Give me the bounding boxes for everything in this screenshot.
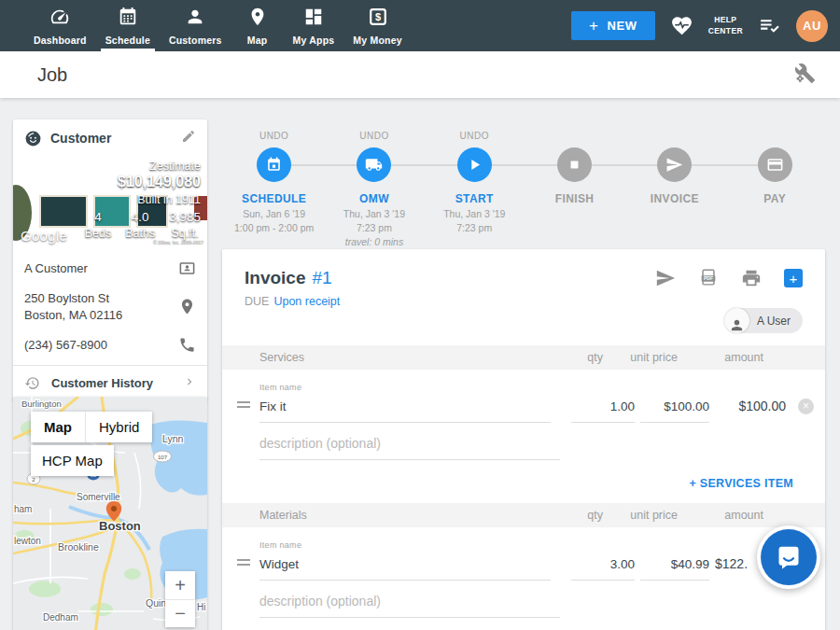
new-button[interactable]: + NEW bbox=[571, 11, 655, 40]
material-description-row: description (optional) bbox=[222, 581, 825, 618]
item-name-field[interactable]: Item name Fix it bbox=[259, 383, 551, 423]
hybrid-button[interactable]: Hybrid bbox=[85, 412, 152, 442]
nav-label: Schedule bbox=[105, 35, 150, 46]
invoice-actions: PDF + bbox=[655, 268, 803, 288]
chat-bubble-icon bbox=[761, 529, 817, 585]
customer-address: 250 Boylston St Boston, MA 02116 bbox=[24, 290, 122, 323]
checklist-icon[interactable] bbox=[758, 14, 781, 37]
add-services-item-link[interactable]: + SERVICES ITEM bbox=[689, 477, 793, 490]
svg-text:ham: ham bbox=[14, 504, 32, 514]
item-name-label: Item name bbox=[259, 540, 551, 550]
customers-icon bbox=[185, 7, 205, 35]
undo-schedule-button[interactable]: UNDO bbox=[259, 131, 288, 142]
timeline-step-pay: PAY bbox=[724, 131, 824, 247]
customer-card-header: Customer bbox=[13, 119, 207, 157]
nav-label: Dashboard bbox=[34, 35, 87, 46]
due-value-link[interactable]: Upon receipt bbox=[273, 295, 340, 308]
active-tab-indicator bbox=[101, 49, 155, 51]
apps-grid-icon bbox=[303, 7, 324, 35]
qty-field[interactable]: 3.00 bbox=[571, 557, 635, 581]
pay-step-button[interactable] bbox=[758, 147, 792, 182]
undo-start-button[interactable]: UNDO bbox=[460, 131, 489, 142]
zestimate-overlay: Zestimate $10,149,080 Built in 1911 4 Be… bbox=[85, 160, 201, 240]
user-avatar[interactable]: AU bbox=[796, 10, 828, 42]
qty-field[interactable]: 1.00 bbox=[571, 399, 635, 423]
edit-customer-button[interactable] bbox=[181, 129, 196, 147]
material-item-row: Item name Widget 3.00 $40.99 $122. bbox=[222, 527, 825, 581]
travel-time: travel: 0 mins bbox=[345, 236, 403, 247]
remove-item-button[interactable]: × bbox=[798, 399, 814, 414]
step-label: SCHEDULE bbox=[242, 192, 306, 205]
undo-omw-button[interactable]: UNDO bbox=[359, 131, 388, 142]
item-name-value: Widget bbox=[259, 557, 551, 571]
invoice-step-button[interactable] bbox=[657, 147, 692, 182]
svg-text:Somerville: Somerville bbox=[77, 492, 120, 502]
nav-item-my-apps[interactable]: My Apps bbox=[284, 0, 344, 51]
start-step-button[interactable] bbox=[457, 147, 492, 182]
nav-item-map[interactable]: Map bbox=[231, 0, 284, 51]
timeline-step-schedule: UNDO SCHEDULE Sun, Jan 6 '19 1:00 pm - 2… bbox=[224, 131, 324, 247]
help-center-button[interactable]: HELP CENTER bbox=[708, 15, 743, 35]
print-button[interactable] bbox=[741, 268, 762, 288]
schedule-step-button[interactable] bbox=[257, 147, 291, 182]
svg-text:Hi: Hi bbox=[197, 602, 205, 612]
step-label: FINISH bbox=[555, 192, 595, 205]
pdf-button[interactable]: PDF bbox=[698, 268, 719, 288]
pdf-icon: PDF bbox=[698, 268, 719, 288]
svg-text:Boston: Boston bbox=[99, 519, 141, 533]
step-label: OMW bbox=[359, 192, 389, 205]
customer-history-button[interactable]: Customer History bbox=[13, 366, 207, 400]
finish-step-button[interactable] bbox=[557, 147, 592, 182]
assignee-chip[interactable]: A User bbox=[724, 308, 803, 333]
omw-step-button[interactable] bbox=[357, 147, 391, 182]
drag-handle[interactable] bbox=[237, 556, 259, 568]
phone-icon[interactable] bbox=[178, 336, 196, 354]
stat-baths: 4.0 Baths bbox=[125, 210, 155, 240]
unit-price-field[interactable]: $100.00 bbox=[640, 399, 709, 423]
nav-item-schedule[interactable]: Schedule bbox=[96, 0, 160, 51]
description-input[interactable]: description (optional) bbox=[259, 436, 560, 460]
customer-card: Customer Zestimate $10,149,080 Built in … bbox=[13, 119, 207, 400]
item-name-field[interactable]: Item name Widget bbox=[259, 540, 551, 581]
property-photo[interactable]: Zestimate $10,149,080 Built in 1911 4 Be… bbox=[13, 157, 207, 247]
street-view-icon[interactable] bbox=[20, 162, 41, 176]
add-invoice-button[interactable]: + bbox=[784, 269, 803, 287]
location-pin-icon[interactable] bbox=[178, 298, 196, 315]
unit-price-column-header: unit price bbox=[603, 509, 678, 522]
nav-item-my-money[interactable]: $ My Money bbox=[343, 0, 411, 51]
person-icon bbox=[729, 317, 745, 333]
zoom-in-button[interactable]: + bbox=[165, 571, 195, 599]
assignee-name: A User bbox=[757, 315, 791, 328]
drag-handle[interactable] bbox=[237, 399, 259, 411]
nav-item-customers[interactable]: Customers bbox=[160, 0, 231, 51]
hcp-map-button[interactable]: HCP Map bbox=[31, 445, 114, 476]
invoice-number[interactable]: #1 bbox=[312, 268, 331, 288]
unit-price-column-header: unit price bbox=[603, 351, 678, 364]
money-icon: $ bbox=[368, 7, 388, 35]
customer-name-row: A Customer bbox=[13, 253, 207, 284]
chat-launcher-button[interactable] bbox=[757, 525, 820, 589]
timeline-step-omw: UNDO OMW Thu, Jan 3 '19 7:23 pm travel: … bbox=[324, 131, 424, 247]
assignee-avatar bbox=[724, 308, 749, 333]
due-label: DUE bbox=[245, 295, 269, 308]
help-center-line2: CENTER bbox=[708, 26, 743, 36]
map-button[interactable]: Map bbox=[31, 412, 85, 442]
nav-items: Dashboard Schedule Customers Map My Apps… bbox=[24, 0, 412, 51]
history-icon bbox=[24, 375, 40, 391]
zoom-out-button[interactable]: − bbox=[165, 599, 195, 627]
job-timeline: UNDO SCHEDULE Sun, Jan 6 '19 1:00 pm - 2… bbox=[224, 131, 825, 247]
description-input[interactable]: description (optional) bbox=[259, 594, 560, 618]
nav-item-dashboard[interactable]: Dashboard bbox=[24, 0, 96, 51]
send-invoice-button[interactable] bbox=[655, 268, 676, 288]
paper-plane-icon bbox=[655, 268, 676, 288]
job-settings-button[interactable] bbox=[794, 63, 816, 88]
health-heart-icon[interactable] bbox=[670, 14, 693, 37]
step-date: Sun, Jan 6 '19 bbox=[243, 208, 305, 219]
contact-card-icon[interactable] bbox=[178, 259, 196, 277]
materials-section-header: Materials qty unit price amount bbox=[222, 503, 825, 527]
content-area: Customer Zestimate $10,149,080 Built in … bbox=[0, 98, 840, 630]
svg-text:Burlington: Burlington bbox=[21, 399, 62, 409]
nav-label: My Money bbox=[353, 35, 401, 46]
step-label: START bbox=[455, 192, 494, 205]
unit-price-field[interactable]: $40.99 bbox=[640, 557, 709, 581]
